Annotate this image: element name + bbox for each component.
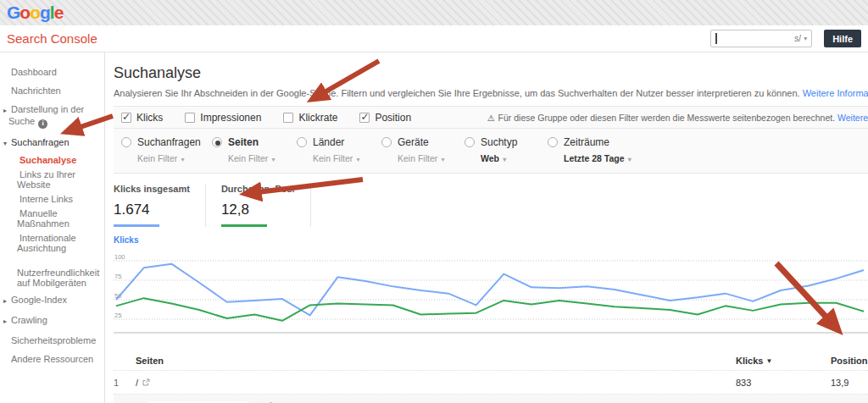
dimension-filter-value: Kein Filter (313, 153, 353, 163)
dimension-radio-row[interactable]: Länder (297, 136, 371, 148)
checkbox-icon[interactable] (359, 113, 370, 123)
checkbox-icon[interactable] (185, 113, 195, 123)
sidebar-item-label: Interne Links (19, 194, 73, 204)
sidebar-item[interactable]: Nutzerfreundlichkeit auf Mobilgeräten (0, 256, 104, 290)
logo-letter: o (19, 3, 30, 22)
radio-icon[interactable] (212, 137, 222, 147)
sidebar-item-label: Suchanalyse (19, 155, 76, 165)
radio-icon[interactable] (381, 137, 392, 147)
summary-card-value: 12,8 (221, 202, 295, 218)
metric-toggle[interactable]: Klickrate (283, 112, 337, 124)
sidebar-item-label: Suchanfragen (11, 137, 70, 147)
sidebar-item[interactable]: Andere Ressourcen (0, 350, 104, 368)
klicks-column-header[interactable]: Klicks ▼ (736, 356, 831, 366)
google-topbar: Google (0, 0, 868, 25)
chevron-down-icon: ▾ (270, 156, 275, 163)
dimension-bar: Suchanfragen Kein Filter ▾ Seiten Kein F… (114, 129, 868, 174)
product-title: Search Console (7, 31, 97, 46)
page-description: Analysieren Sie Ihr Abschneiden in der G… (114, 88, 868, 98)
dimension-filter-dropdown[interactable]: Web ▾ (481, 153, 537, 163)
dimension-filter-value: Kein Filter (398, 153, 437, 163)
expand-arrow-icon: ▸ (3, 296, 11, 306)
row-klicks-value: 833 (736, 378, 831, 388)
summary-card[interactable]: Klicks insgesamt 1.674 (114, 184, 206, 227)
subheader: Search Console s/ ▾ Hilfe (0, 25, 868, 52)
sidebar-item[interactable]: Nachrichten (0, 81, 104, 100)
sidebar-item[interactable]: Links zu Ihrer Website (0, 168, 104, 192)
metric-toggle[interactable]: Klicks (121, 112, 163, 124)
dimension-filter-value: Kein Filter (228, 153, 268, 163)
page-url-prefix: / (136, 378, 138, 388)
sidebar-item[interactable]: Manuelle Maßnahmen (0, 207, 104, 231)
notice-text: Für diese Gruppe oder diesen Filter werd… (498, 113, 835, 123)
chevron-down-icon: ▾ (354, 156, 359, 163)
sidebar-item-label: Google-Index (11, 295, 67, 305)
table-row[interactable]: 2 /20 se/ 617 7,3 (114, 395, 868, 403)
checkbox-icon[interactable] (283, 113, 293, 123)
dimension-filter-dropdown[interactable]: Kein Filter ▾ (398, 153, 454, 163)
logo-letter: e (54, 3, 64, 22)
external-link-icon[interactable] (142, 378, 150, 386)
dimension-filter-dropdown[interactable]: Kein Filter ▾ (228, 153, 287, 163)
table-row[interactable]: 1 / 833 13,9 (114, 371, 868, 395)
notice-more-link[interactable]: Weitere (837, 113, 868, 123)
dimension-filter-dropdown[interactable]: Kein Filter ▾ (313, 153, 371, 163)
dimension-label: Suchtyp (481, 136, 517, 148)
sidebar-item[interactable]: Sicherheitsprobleme (0, 331, 104, 350)
dimension-radio-row[interactable]: Suchtyp (465, 136, 537, 148)
sidebar-item[interactable]: ▸Crawling (0, 311, 104, 331)
sidebar-item[interactable]: Suchanalyse (0, 153, 104, 168)
page-description-text: Analysieren Sie Ihr Abschneiden in der G… (114, 88, 800, 98)
dimension-group: Seiten Kein Filter ▾ (212, 136, 287, 163)
more-info-link[interactable]: Weitere Informationen (803, 88, 868, 98)
metric-toggle[interactable]: Position (359, 112, 411, 124)
radio-icon[interactable] (121, 137, 131, 147)
metric-toggle-label: Klicks (136, 112, 163, 124)
dimension-radio-row[interactable]: Zeiträume (548, 136, 649, 148)
dimension-radio-row[interactable]: Suchanfragen (121, 136, 202, 148)
sidebar-item[interactable]: ▸Google-Index (0, 290, 104, 311)
sidebar-item-label: Manuelle Maßnahmen (17, 208, 70, 229)
summary-cards: Klicks insgesamt 1.674 Durchschn. Pos. 1… (114, 184, 868, 227)
table-header-row: Seiten Klicks ▼ Position (114, 351, 868, 371)
sidebar-item[interactable]: Dashboard (0, 63, 104, 81)
summary-card[interactable]: Durchschn. Pos. 12,8 (221, 184, 311, 227)
radio-icon[interactable] (297, 137, 307, 147)
info-icon: i (38, 119, 47, 129)
dimension-radio-row[interactable]: Geräte (381, 136, 454, 148)
y-axis-tick-label: 75 (114, 273, 121, 280)
sidebar-item-label: Internationale Ausrichtung (17, 233, 76, 253)
help-button[interactable]: Hilfe (824, 30, 861, 47)
chart-area: Klicks 255075100 (114, 235, 868, 338)
row-page-cell: / (136, 378, 736, 388)
dimension-filter-dropdown[interactable]: Kein Filter ▾ (137, 153, 202, 163)
y-axis-tick-label: 25 (114, 312, 121, 319)
sidebar-item-label: Crawling (11, 315, 47, 325)
chart-title: Klicks (114, 235, 868, 245)
metric-toggle-label: Position (375, 112, 411, 124)
radio-icon[interactable] (548, 137, 558, 147)
property-selector[interactable]: s/ ▾ (710, 30, 812, 47)
radio-icon[interactable] (465, 137, 475, 147)
position-column-header[interactable]: Position (831, 356, 868, 366)
dimension-radio-row[interactable]: Seiten (212, 136, 287, 148)
checkbox-icon[interactable] (121, 113, 131, 123)
sidebar-item[interactable]: ▾Suchanfragen (0, 133, 104, 153)
dimension-group: Zeiträume Letzte 28 Tage ▾ (548, 136, 649, 163)
sidebar-item-label: Dashboard (11, 67, 57, 77)
dimension-filter-dropdown[interactable]: Letzte 28 Tage ▾ (564, 153, 649, 163)
metric-toggle-label: Impressionen (200, 112, 261, 124)
pages-column-header[interactable]: Seiten (136, 356, 736, 366)
sidebar-item[interactable]: Interne Links (0, 192, 104, 207)
sidebar-item[interactable]: ▸Darstellung in der Suchei (0, 100, 104, 133)
dimension-group: Suchtyp Web ▾ (465, 136, 537, 163)
expand-arrow-icon: ▾ (3, 139, 11, 149)
page-metrics-notice: ⚠Für diese Gruppe oder diesen Filter wer… (487, 113, 868, 123)
sidebar-item-label: Links zu Ihrer Website (17, 169, 75, 190)
clicks-position-chart[interactable]: 255075100 (114, 246, 868, 334)
metric-toggle[interactable]: Impressionen (185, 112, 261, 124)
metric-toggle-label: Klickrate (298, 112, 337, 124)
sidebar-item[interactable]: Internationale Ausrichtung (0, 231, 104, 256)
property-redaction-mark (715, 33, 717, 44)
google-logo[interactable]: Google (7, 3, 63, 23)
